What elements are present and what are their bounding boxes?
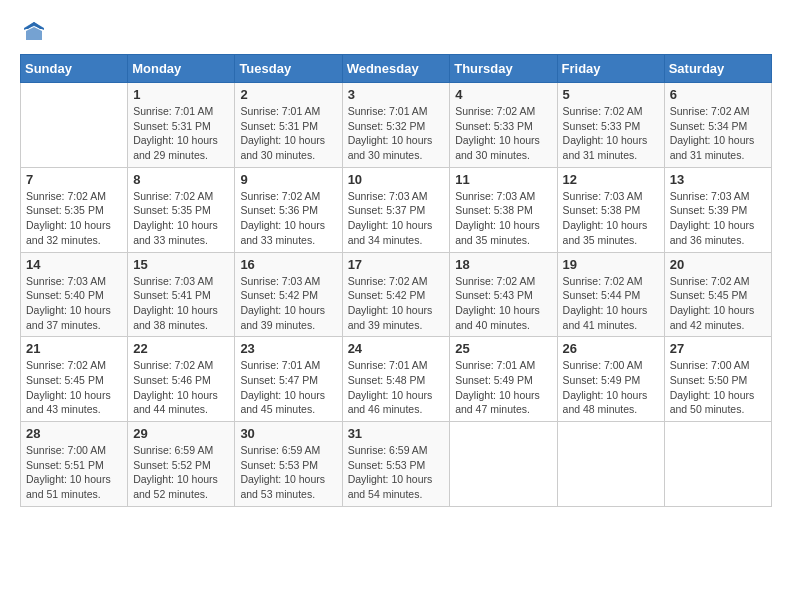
calendar-cell: 15Sunrise: 7:03 AM Sunset: 5:41 PM Dayli…: [128, 252, 235, 337]
calendar-cell: 24Sunrise: 7:01 AM Sunset: 5:48 PM Dayli…: [342, 337, 450, 422]
day-number: 2: [240, 87, 336, 102]
day-number: 4: [455, 87, 551, 102]
calendar-header-row: SundayMondayTuesdayWednesdayThursdayFrid…: [21, 55, 772, 83]
day-info: Sunrise: 7:00 AM Sunset: 5:51 PM Dayligh…: [26, 443, 122, 502]
calendar-cell: 5Sunrise: 7:02 AM Sunset: 5:33 PM Daylig…: [557, 83, 664, 168]
calendar-cell: 31Sunrise: 6:59 AM Sunset: 5:53 PM Dayli…: [342, 422, 450, 507]
column-header-wednesday: Wednesday: [342, 55, 450, 83]
calendar-cell: 23Sunrise: 7:01 AM Sunset: 5:47 PM Dayli…: [235, 337, 342, 422]
calendar-cell: 30Sunrise: 6:59 AM Sunset: 5:53 PM Dayli…: [235, 422, 342, 507]
day-info: Sunrise: 7:01 AM Sunset: 5:31 PM Dayligh…: [133, 104, 229, 163]
day-number: 21: [26, 341, 122, 356]
day-info: Sunrise: 7:02 AM Sunset: 5:33 PM Dayligh…: [455, 104, 551, 163]
day-info: Sunrise: 6:59 AM Sunset: 5:53 PM Dayligh…: [240, 443, 336, 502]
day-info: Sunrise: 7:02 AM Sunset: 5:42 PM Dayligh…: [348, 274, 445, 333]
day-info: Sunrise: 7:03 AM Sunset: 5:38 PM Dayligh…: [455, 189, 551, 248]
day-number: 27: [670, 341, 766, 356]
calendar-week-row: 14Sunrise: 7:03 AM Sunset: 5:40 PM Dayli…: [21, 252, 772, 337]
calendar-cell: 29Sunrise: 6:59 AM Sunset: 5:52 PM Dayli…: [128, 422, 235, 507]
calendar-cell: 13Sunrise: 7:03 AM Sunset: 5:39 PM Dayli…: [664, 167, 771, 252]
calendar-cell: 17Sunrise: 7:02 AM Sunset: 5:42 PM Dayli…: [342, 252, 450, 337]
page-header: [20, 20, 772, 44]
day-info: Sunrise: 7:02 AM Sunset: 5:45 PM Dayligh…: [26, 358, 122, 417]
column-header-sunday: Sunday: [21, 55, 128, 83]
day-number: 24: [348, 341, 445, 356]
calendar-cell: 10Sunrise: 7:03 AM Sunset: 5:37 PM Dayli…: [342, 167, 450, 252]
day-info: Sunrise: 7:02 AM Sunset: 5:43 PM Dayligh…: [455, 274, 551, 333]
calendar-cell: 14Sunrise: 7:03 AM Sunset: 5:40 PM Dayli…: [21, 252, 128, 337]
calendar-cell: 9Sunrise: 7:02 AM Sunset: 5:36 PM Daylig…: [235, 167, 342, 252]
calendar-cell: 11Sunrise: 7:03 AM Sunset: 5:38 PM Dayli…: [450, 167, 557, 252]
day-info: Sunrise: 7:03 AM Sunset: 5:37 PM Dayligh…: [348, 189, 445, 248]
day-number: 3: [348, 87, 445, 102]
calendar-cell: 7Sunrise: 7:02 AM Sunset: 5:35 PM Daylig…: [21, 167, 128, 252]
day-info: Sunrise: 7:01 AM Sunset: 5:49 PM Dayligh…: [455, 358, 551, 417]
calendar-cell: 8Sunrise: 7:02 AM Sunset: 5:35 PM Daylig…: [128, 167, 235, 252]
day-number: 9: [240, 172, 336, 187]
calendar-cell: 3Sunrise: 7:01 AM Sunset: 5:32 PM Daylig…: [342, 83, 450, 168]
day-info: Sunrise: 7:03 AM Sunset: 5:40 PM Dayligh…: [26, 274, 122, 333]
calendar-week-row: 7Sunrise: 7:02 AM Sunset: 5:35 PM Daylig…: [21, 167, 772, 252]
calendar-table: SundayMondayTuesdayWednesdayThursdayFrid…: [20, 54, 772, 507]
day-info: Sunrise: 7:02 AM Sunset: 5:35 PM Dayligh…: [133, 189, 229, 248]
calendar-cell: 21Sunrise: 7:02 AM Sunset: 5:45 PM Dayli…: [21, 337, 128, 422]
day-info: Sunrise: 6:59 AM Sunset: 5:52 PM Dayligh…: [133, 443, 229, 502]
calendar-week-row: 28Sunrise: 7:00 AM Sunset: 5:51 PM Dayli…: [21, 422, 772, 507]
day-number: 8: [133, 172, 229, 187]
calendar-cell: [557, 422, 664, 507]
day-number: 29: [133, 426, 229, 441]
day-info: Sunrise: 7:00 AM Sunset: 5:50 PM Dayligh…: [670, 358, 766, 417]
column-header-friday: Friday: [557, 55, 664, 83]
day-info: Sunrise: 7:01 AM Sunset: 5:48 PM Dayligh…: [348, 358, 445, 417]
day-info: Sunrise: 7:02 AM Sunset: 5:34 PM Dayligh…: [670, 104, 766, 163]
calendar-week-row: 21Sunrise: 7:02 AM Sunset: 5:45 PM Dayli…: [21, 337, 772, 422]
day-number: 28: [26, 426, 122, 441]
column-header-thursday: Thursday: [450, 55, 557, 83]
day-number: 20: [670, 257, 766, 272]
calendar-cell: 20Sunrise: 7:02 AM Sunset: 5:45 PM Dayli…: [664, 252, 771, 337]
day-info: Sunrise: 7:01 AM Sunset: 5:32 PM Dayligh…: [348, 104, 445, 163]
day-number: 23: [240, 341, 336, 356]
column-header-monday: Monday: [128, 55, 235, 83]
logo: [20, 20, 46, 44]
day-number: 5: [563, 87, 659, 102]
day-info: Sunrise: 7:02 AM Sunset: 5:46 PM Dayligh…: [133, 358, 229, 417]
day-info: Sunrise: 7:01 AM Sunset: 5:47 PM Dayligh…: [240, 358, 336, 417]
calendar-cell: 28Sunrise: 7:00 AM Sunset: 5:51 PM Dayli…: [21, 422, 128, 507]
calendar-cell: [664, 422, 771, 507]
column-header-tuesday: Tuesday: [235, 55, 342, 83]
day-info: Sunrise: 7:02 AM Sunset: 5:33 PM Dayligh…: [563, 104, 659, 163]
day-info: Sunrise: 7:01 AM Sunset: 5:31 PM Dayligh…: [240, 104, 336, 163]
day-number: 30: [240, 426, 336, 441]
calendar-cell: 2Sunrise: 7:01 AM Sunset: 5:31 PM Daylig…: [235, 83, 342, 168]
calendar-week-row: 1Sunrise: 7:01 AM Sunset: 5:31 PM Daylig…: [21, 83, 772, 168]
calendar-cell: [21, 83, 128, 168]
calendar-cell: 19Sunrise: 7:02 AM Sunset: 5:44 PM Dayli…: [557, 252, 664, 337]
day-info: Sunrise: 7:03 AM Sunset: 5:41 PM Dayligh…: [133, 274, 229, 333]
day-number: 1: [133, 87, 229, 102]
day-info: Sunrise: 7:02 AM Sunset: 5:36 PM Dayligh…: [240, 189, 336, 248]
day-info: Sunrise: 7:02 AM Sunset: 5:44 PM Dayligh…: [563, 274, 659, 333]
calendar-cell: 22Sunrise: 7:02 AM Sunset: 5:46 PM Dayli…: [128, 337, 235, 422]
day-number: 31: [348, 426, 445, 441]
day-number: 15: [133, 257, 229, 272]
calendar-cell: 6Sunrise: 7:02 AM Sunset: 5:34 PM Daylig…: [664, 83, 771, 168]
day-number: 11: [455, 172, 551, 187]
day-number: 22: [133, 341, 229, 356]
day-number: 10: [348, 172, 445, 187]
column-header-saturday: Saturday: [664, 55, 771, 83]
calendar-cell: 27Sunrise: 7:00 AM Sunset: 5:50 PM Dayli…: [664, 337, 771, 422]
day-number: 16: [240, 257, 336, 272]
day-info: Sunrise: 7:02 AM Sunset: 5:45 PM Dayligh…: [670, 274, 766, 333]
day-info: Sunrise: 6:59 AM Sunset: 5:53 PM Dayligh…: [348, 443, 445, 502]
day-info: Sunrise: 7:03 AM Sunset: 5:38 PM Dayligh…: [563, 189, 659, 248]
day-info: Sunrise: 7:02 AM Sunset: 5:35 PM Dayligh…: [26, 189, 122, 248]
day-number: 14: [26, 257, 122, 272]
day-number: 13: [670, 172, 766, 187]
day-number: 7: [26, 172, 122, 187]
day-number: 25: [455, 341, 551, 356]
logo-icon: [22, 20, 46, 44]
day-number: 12: [563, 172, 659, 187]
calendar-cell: 25Sunrise: 7:01 AM Sunset: 5:49 PM Dayli…: [450, 337, 557, 422]
calendar-cell: 16Sunrise: 7:03 AM Sunset: 5:42 PM Dayli…: [235, 252, 342, 337]
